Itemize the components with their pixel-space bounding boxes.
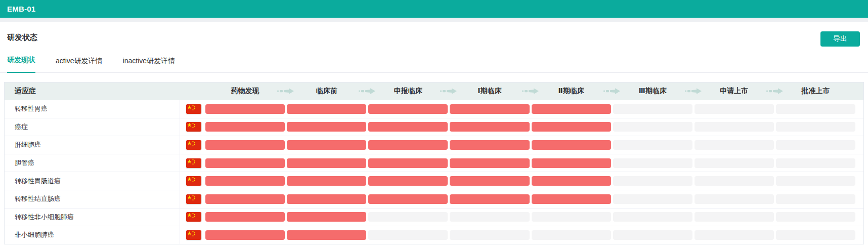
- stage-cell: [367, 122, 449, 132]
- progress-bar-active: [205, 230, 285, 240]
- stage-cell: [449, 212, 530, 222]
- china-flag-icon: [186, 230, 201, 240]
- indication-label: 非小细胞肺癌: [5, 226, 180, 244]
- progress-bar-empty: [776, 176, 855, 186]
- region-flag-cell: [180, 140, 204, 150]
- progress-bar-active: [532, 158, 611, 168]
- tab-inactive-rd-detail[interactable]: inactive研发详情: [123, 54, 175, 73]
- progress-bar-empty: [368, 230, 448, 240]
- progress-bar-active: [368, 122, 448, 132]
- stage-cell: [286, 140, 367, 150]
- table-header-row: 适应症 药物发现临床前申报临床Ⅰ期临床Ⅱ期临床Ⅲ期临床申请上市批准上市: [5, 82, 863, 100]
- china-flag-icon: [186, 158, 201, 168]
- tab-active-rd-detail[interactable]: active研发详情: [56, 54, 103, 73]
- stage-cell: [449, 140, 530, 150]
- progress-bar-active: [450, 194, 529, 204]
- table-row: 转移性结直肠癌: [5, 190, 863, 208]
- tab-rd-status[interactable]: 研发现状: [7, 53, 35, 73]
- progress-bar-active: [205, 122, 285, 132]
- stage-cell: [286, 176, 367, 186]
- stage-cell: [693, 194, 775, 204]
- stage-cell: [775, 104, 856, 114]
- progress-bar-active: [205, 212, 285, 222]
- table-row: 癌症: [5, 118, 863, 136]
- progress-bar-active: [368, 158, 448, 168]
- progress-bar-empty: [695, 122, 774, 132]
- progress-bar-empty: [368, 212, 448, 222]
- stage-cell: [204, 212, 286, 222]
- region-flag-cell: [180, 176, 204, 186]
- table-row: 胆管癌: [5, 154, 863, 172]
- stage-cell: [367, 104, 449, 114]
- progress-bar-active: [287, 122, 366, 132]
- table-row: 肝细胞癌: [5, 136, 863, 154]
- stage-cell: [449, 194, 530, 204]
- progress-bar-active: [532, 104, 611, 114]
- progress-bar-active: [532, 194, 611, 204]
- stage-cell: [612, 230, 693, 240]
- stage-cell: [612, 122, 693, 132]
- table-row: 转移性非小细胞肺癌: [5, 208, 863, 226]
- stage-cell: [367, 230, 449, 240]
- stage-header: 临床前: [286, 87, 367, 96]
- stage-cell: [693, 176, 775, 186]
- china-flag-icon: [186, 122, 201, 132]
- stage-cell: [775, 140, 856, 150]
- stage-header: 申请上市: [693, 87, 775, 96]
- progress-bar-empty: [613, 230, 692, 240]
- stage-arrow-icon: [359, 88, 376, 95]
- stage-cell: [449, 230, 530, 240]
- export-button[interactable]: 导出: [820, 31, 860, 47]
- stage-header: 申报临床: [367, 87, 449, 96]
- table-body: 转移性胃癌 癌症 肝细胞癌: [5, 100, 863, 244]
- app-bar: EMB-01: [0, 0, 868, 18]
- stage-cell: [367, 212, 449, 222]
- stage-cell: [286, 122, 367, 132]
- stage-cell: [204, 194, 286, 204]
- stage-cell: [286, 212, 367, 222]
- progress-bar-active: [450, 140, 529, 150]
- progress-bar-empty: [776, 194, 855, 204]
- stage-cell: [204, 158, 286, 168]
- progress-bar-active: [368, 176, 448, 186]
- progress-bar-empty: [776, 158, 855, 168]
- stage-cell: [612, 176, 693, 186]
- stage-cell: [367, 194, 449, 204]
- stage-cell: [286, 194, 367, 204]
- stage-cell: [367, 158, 449, 168]
- stage-header-label: 批准上市: [801, 87, 830, 95]
- indication-label: 胆管癌: [5, 154, 180, 172]
- progress-bar-active: [450, 158, 529, 168]
- stage-arrow-icon: [522, 88, 539, 95]
- progress-bar-empty: [532, 212, 611, 222]
- progress-bar-active: [450, 104, 529, 114]
- stage-cell: [367, 140, 449, 150]
- china-flag-icon: [186, 176, 201, 186]
- progress-bar-active: [287, 158, 366, 168]
- stage-cell: [286, 158, 367, 168]
- stage-cell: [531, 176, 612, 186]
- progress-bar-empty: [695, 104, 774, 114]
- stage-cell: [531, 140, 612, 150]
- stage-cell: [449, 104, 530, 114]
- tab-bar: 研发现状 active研发详情 inactive研发详情: [0, 43, 868, 73]
- progress-bar-empty: [695, 176, 774, 186]
- stage-header: 药物发现: [204, 87, 286, 96]
- stage-cell: [775, 176, 856, 186]
- indication-label: 转移性胃癌: [5, 100, 180, 118]
- progress-bar-active: [205, 176, 285, 186]
- progress-bar-active: [287, 212, 366, 222]
- stage-cell: [449, 122, 530, 132]
- china-flag-icon: [186, 140, 201, 150]
- progress-bar-active: [368, 104, 448, 114]
- progress-bar-empty: [695, 194, 774, 204]
- progress-bar-active: [205, 194, 285, 204]
- table-row: 转移性胃癌: [5, 100, 863, 118]
- stage-cell: [775, 158, 856, 168]
- stage-cell: [531, 212, 612, 222]
- stage-cell: [204, 176, 286, 186]
- region-flag-cell: [180, 230, 204, 240]
- progress-bar-empty: [695, 212, 774, 222]
- stage-cell: [531, 158, 612, 168]
- stage-cell: [531, 104, 612, 114]
